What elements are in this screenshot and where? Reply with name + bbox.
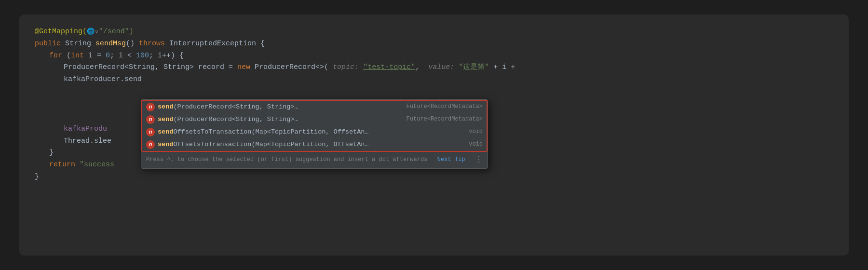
params-2: (ProducerRecord<String, xyxy=(173,116,267,123)
globe-icon: 🌐 xyxy=(87,27,95,37)
return-type-2: Future<RecordMetadata> xyxy=(397,115,483,124)
params-1: (ProducerRecord<String, xyxy=(173,103,267,110)
route-path: /send xyxy=(103,26,125,38)
autocomplete-item-3[interactable]: n sendOffsetsToTransaction(Map<TopicPart… xyxy=(142,126,487,138)
code-line-5: kafkaProducer.send xyxy=(35,74,833,86)
bold-send-1: send xyxy=(158,103,173,110)
annotation: @GetMapping( xyxy=(35,26,87,38)
method-icon-1: n xyxy=(146,103,155,111)
bold-send-3: send xyxy=(158,128,173,135)
autocomplete-item-2[interactable]: n send(ProducerRecord<String, String>… F… xyxy=(142,113,487,126)
code-line-1: @GetMapping(🌐∨"/send") xyxy=(35,26,833,38)
code-area: @GetMapping(🌐∨"/send") public String sen… xyxy=(35,26,833,183)
bold-send-4: send xyxy=(158,141,173,148)
more-options-icon[interactable]: ⋮ xyxy=(475,154,483,166)
bold-send-2: send xyxy=(158,116,173,123)
code-line-2: public String sendMsg() throws Interrupt… xyxy=(35,38,833,50)
item-name-2: send(ProducerRecord<String, String>… xyxy=(158,114,298,125)
return-type-4: void xyxy=(459,140,483,149)
method-icon-2: n xyxy=(146,115,155,124)
item-name-4: sendOffsetsToTransaction(Map<TopicPartit… xyxy=(158,139,368,150)
autocomplete-footer: Press ^. to choose the selected (or firs… xyxy=(141,152,488,168)
editor-window: @GetMapping(🌐∨"/send") public String sen… xyxy=(19,14,849,256)
footer-hint-text: Press ^. to choose the selected (or firs… xyxy=(146,155,427,165)
autocomplete-item-1[interactable]: n send(ProducerRecord<String, String>… F… xyxy=(142,101,487,113)
code-line-4: ProducerRecord<String, String> record = … xyxy=(35,62,833,74)
string-quote: " xyxy=(99,26,103,38)
string-close: ") xyxy=(125,26,134,38)
code-line-10: } xyxy=(35,171,833,183)
return-type-1: Future<RecordMetadata> xyxy=(397,102,483,112)
method-icon-3: n xyxy=(146,128,155,136)
autocomplete-list: n send(ProducerRecord<String, String>… F… xyxy=(141,100,488,152)
method-icon-4: n xyxy=(146,140,155,149)
autocomplete-popup: n send(ProducerRecord<String, String>… F… xyxy=(141,99,488,169)
params-3: OffsetsToTransaction(Map<TopicPartition,… xyxy=(173,128,368,135)
item-name-1: send(ProducerRecord<String, String>… xyxy=(158,102,298,112)
next-tip-button[interactable]: Next Tip xyxy=(437,155,465,165)
autocomplete-item-4[interactable]: n sendOffsetsToTransaction(Map<TopicPart… xyxy=(142,138,487,151)
item-name-3: sendOffsetsToTransaction(Map<TopicPartit… xyxy=(158,127,368,137)
params-4: OffsetsToTransaction(Map<TopicPartition,… xyxy=(173,141,368,148)
code-line-3: for (int i = 0; i < 100; i++) { xyxy=(35,50,833,62)
return-type-3: void xyxy=(459,127,483,137)
